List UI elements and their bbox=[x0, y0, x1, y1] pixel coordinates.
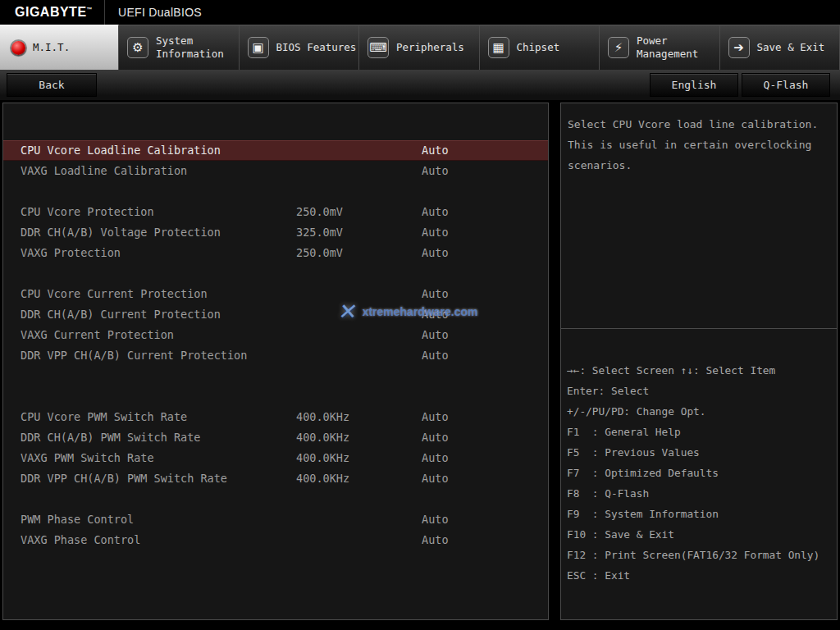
toolbar: Back English Q-Flash bbox=[0, 70, 840, 100]
setting-current-value bbox=[296, 284, 422, 304]
setting-current-value bbox=[296, 325, 422, 345]
setting-row[interactable]: DDR VPP CH(A/B) PWM Switch Rate400.0KHzA… bbox=[3, 468, 548, 489]
hotkey-line: F9 : System Information bbox=[567, 504, 832, 524]
hotkey-line: Enter: Select bbox=[567, 381, 832, 401]
exit-arrow-icon: ➔ bbox=[728, 37, 750, 58]
hotkey-legend: →←: Select Screen ↑↓: Select ItemEnter: … bbox=[560, 329, 838, 620]
tab-label: BIOS Features bbox=[276, 41, 357, 54]
setting-option-value: Auto bbox=[422, 509, 548, 530]
setting-label: DDR CH(A/B) Current Protection bbox=[21, 304, 296, 325]
setting-row[interactable]: CPU Vcore Current ProtectionAuto bbox=[3, 284, 548, 304]
setting-option-value: Auto bbox=[422, 325, 548, 345]
setting-label: VAXG Protection bbox=[21, 243, 296, 263]
tab-mit[interactable]: M.I.T. bbox=[0, 25, 119, 70]
setting-row[interactable]: DDR CH(A/B) Voltage Protection325.0mVAut… bbox=[3, 222, 548, 243]
setting-row[interactable]: VAXG PWM Switch Rate400.0KHzAuto bbox=[3, 448, 548, 468]
tab-save-exit[interactable]: ➔ Save & Exit bbox=[720, 25, 840, 70]
tab-label: Peripherals bbox=[396, 41, 464, 54]
mit-red-dot-icon bbox=[11, 41, 25, 55]
tab-label: Power Management bbox=[637, 34, 719, 62]
setting-row[interactable]: CPU Vcore Loadline CalibrationAuto bbox=[3, 140, 548, 161]
setting-label: CPU Vcore Current Protection bbox=[21, 284, 296, 304]
setting-label: VAXG Phase Control bbox=[21, 530, 296, 550]
setting-row[interactable]: DDR CH(A/B) PWM Switch Rate400.0KHzAuto bbox=[3, 427, 548, 448]
setting-label: DDR CH(A/B) PWM Switch Rate bbox=[21, 427, 296, 448]
tab-power-management[interactable]: ⚡ Power Management bbox=[600, 25, 720, 70]
right-panel: Select CPU Vcore load line calibration. … bbox=[560, 103, 838, 620]
setting-row[interactable]: CPU Vcore Protection250.0mVAuto bbox=[3, 202, 548, 222]
setting-current-value: 250.0mV bbox=[296, 243, 422, 263]
hotkey-line: F8 : Q-Flash bbox=[567, 483, 832, 504]
hotkey-line: F10 : Save & Exit bbox=[567, 524, 832, 545]
language-button[interactable]: English bbox=[650, 73, 738, 97]
tab-chipset[interactable]: ▦ Chipset bbox=[480, 25, 600, 70]
setting-current-value bbox=[296, 530, 422, 550]
setting-current-value bbox=[296, 140, 422, 161]
setting-label: PWM Phase Control bbox=[21, 509, 296, 530]
spacer bbox=[3, 181, 548, 202]
setting-label: VAXG Loadline Calibration bbox=[21, 161, 296, 181]
setting-option-value: Auto bbox=[422, 304, 548, 325]
setting-label: VAXG PWM Switch Rate bbox=[21, 448, 296, 468]
hotkey-line: ESC : Exit bbox=[567, 565, 832, 586]
hotkey-line: F12 : Print Screen(FAT16/32 Format Only) bbox=[567, 545, 832, 565]
setting-row[interactable]: VAXG Protection250.0mVAuto bbox=[3, 243, 548, 263]
settings-panel: CPU Vcore Loadline CalibrationAutoVAXG L… bbox=[2, 103, 549, 620]
setting-row[interactable]: DDR CH(A/B) Current ProtectionAuto bbox=[3, 304, 548, 325]
setting-current-value bbox=[296, 509, 422, 530]
setting-option-value: Auto bbox=[422, 140, 548, 161]
tab-peripherals[interactable]: ⌨ Peripherals bbox=[359, 25, 480, 70]
help-text-box: Select CPU Vcore load line calibration. … bbox=[560, 103, 838, 329]
setting-row[interactable]: VAXG Current ProtectionAuto bbox=[3, 325, 548, 345]
setting-label: CPU Vcore PWM Switch Rate bbox=[21, 407, 296, 427]
setting-option-value: Auto bbox=[422, 427, 548, 448]
tab-label: System Information bbox=[156, 34, 239, 62]
tab-bios-features[interactable]: ▣ BIOS Features bbox=[240, 25, 360, 70]
back-button[interactable]: Back bbox=[7, 73, 97, 97]
lightning-icon: ⚡ bbox=[608, 37, 629, 58]
setting-option-value: Auto bbox=[422, 243, 548, 263]
qflash-button[interactable]: Q-Flash bbox=[742, 73, 830, 97]
tab-label: Chipset bbox=[517, 41, 560, 54]
setting-option-value: Auto bbox=[422, 222, 548, 243]
setting-row[interactable]: PWM Phase ControlAuto bbox=[3, 509, 548, 530]
setting-row[interactable]: VAXG Phase ControlAuto bbox=[3, 530, 548, 550]
setting-current-value: 400.0KHz bbox=[296, 448, 422, 468]
title-bar: GIGABYTE™ UEFI DualBIOS bbox=[0, 0, 840, 25]
hotkey-line: F7 : Optimized Defaults bbox=[567, 463, 832, 483]
hotkey-line: F1 : General Help bbox=[567, 422, 832, 442]
spacer bbox=[3, 366, 548, 407]
setting-option-value: Auto bbox=[422, 202, 548, 222]
setting-row[interactable]: CPU Vcore PWM Switch Rate400.0KHzAuto bbox=[3, 407, 548, 427]
tab-label: Save & Exit bbox=[757, 41, 825, 54]
setting-current-value bbox=[296, 345, 422, 366]
setting-current-value: 400.0KHz bbox=[296, 427, 422, 448]
hotkey-line: →←: Select Screen ↑↓: Select Item bbox=[567, 360, 832, 381]
setting-label: VAXG Current Protection bbox=[21, 325, 296, 345]
setting-label: DDR VPP CH(A/B) PWM Switch Rate bbox=[21, 468, 296, 489]
setting-option-value: Auto bbox=[422, 468, 548, 489]
setting-current-value bbox=[296, 161, 422, 181]
tab-bar: M.I.T. ⚙ System Information ▣ BIOS Featu… bbox=[0, 25, 840, 70]
spacer bbox=[3, 489, 548, 509]
gear-icon: ⚙ bbox=[127, 37, 148, 58]
setting-option-value: Auto bbox=[422, 284, 548, 304]
setting-row[interactable]: DDR VPP CH(A/B) Current ProtectionAuto bbox=[3, 345, 548, 366]
bios-title: UEFI DualBIOS bbox=[105, 6, 202, 19]
gigabyte-logo: GIGABYTE™ bbox=[0, 5, 93, 20]
setting-row[interactable]: VAXG Loadline CalibrationAuto bbox=[3, 161, 548, 181]
tab-system-information[interactable]: ⚙ System Information bbox=[119, 25, 240, 70]
setting-option-value: Auto bbox=[422, 530, 548, 550]
spacer bbox=[3, 263, 548, 284]
trademark-symbol: ™ bbox=[87, 7, 94, 12]
setting-option-value: Auto bbox=[422, 161, 548, 181]
setting-current-value: 400.0KHz bbox=[296, 468, 422, 489]
setting-current-value: 400.0KHz bbox=[296, 407, 422, 427]
hotkey-line: F5 : Previous Values bbox=[567, 442, 832, 463]
setting-label: CPU Vcore Loadline Calibration bbox=[21, 140, 296, 161]
keyboard-icon: ⌨ bbox=[368, 37, 389, 58]
setting-current-value: 325.0mV bbox=[296, 222, 422, 243]
setting-option-value: Auto bbox=[422, 448, 548, 468]
setting-option-value: Auto bbox=[422, 407, 548, 427]
setting-current-value bbox=[296, 304, 422, 325]
